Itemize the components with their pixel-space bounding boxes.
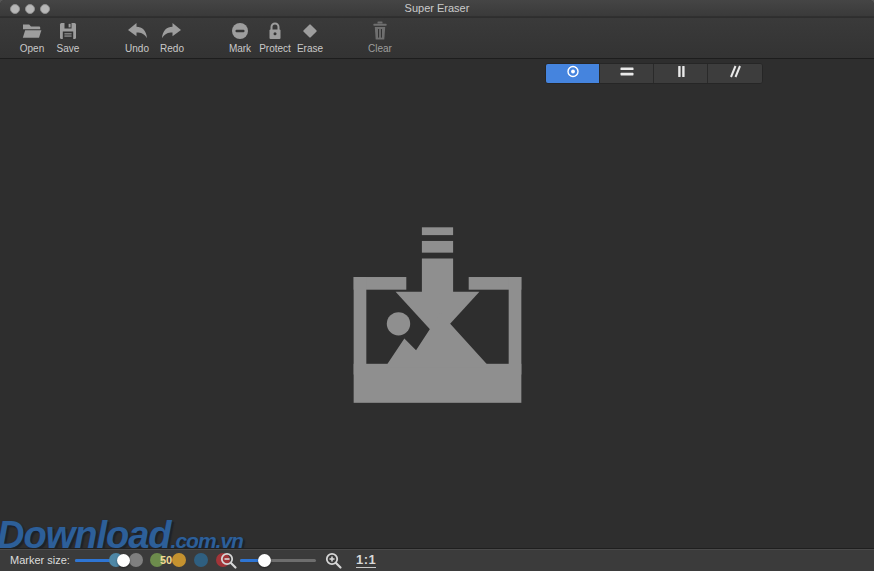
erase-label: Erase: [297, 43, 323, 54]
color-swatch-orange[interactable]: [172, 553, 186, 567]
zoom-out-button[interactable]: [219, 551, 238, 571]
zoom-slider[interactable]: [240, 549, 316, 571]
statusbar: Marker size: 50: [0, 548, 874, 571]
clear-label: Clear: [368, 43, 392, 54]
marker-mode-segmented-control: [545, 63, 763, 84]
segment-diagonal-lines-marker[interactable]: [708, 64, 762, 83]
erase-diamond-icon: [300, 20, 320, 41]
protect-lock-icon: [267, 20, 283, 41]
open-label: Open: [20, 43, 44, 54]
open-folder-icon: [22, 20, 42, 41]
mark-minus-circle-icon: [231, 20, 249, 41]
undo-arrow-icon: [126, 20, 148, 41]
color-swatch-navy[interactable]: [194, 553, 208, 567]
segment-horizontal-lines-marker[interactable]: [600, 64, 654, 83]
diagonal-lines-icon: [723, 64, 747, 83]
marker-size-slider[interactable]: [75, 549, 132, 571]
clear-button[interactable]: Clear: [357, 20, 403, 58]
marker-size-slider-knob[interactable]: [117, 554, 130, 567]
save-label: Save: [57, 43, 80, 54]
marker-size-value: 50: [160, 554, 172, 566]
segment-circle-marker[interactable]: [546, 64, 600, 83]
zoom-slider-track: [240, 559, 316, 562]
app-window: Super Eraser Open: [0, 0, 874, 571]
actual-size-button[interactable]: 1:1: [356, 552, 376, 568]
redo-button[interactable]: Redo: [149, 20, 195, 58]
target-icon: [561, 64, 585, 83]
marker-size-label: Marker size:: [10, 549, 70, 571]
save-button[interactable]: Save: [45, 20, 91, 58]
titlebar: Super Eraser: [0, 0, 874, 17]
vertical-lines-icon: [669, 64, 693, 83]
erase-button[interactable]: Erase: [287, 20, 333, 58]
canvas-area[interactable]: [0, 60, 874, 548]
save-floppy-icon: [59, 20, 77, 41]
segment-vertical-lines-marker[interactable]: [654, 64, 708, 83]
color-swatch-gray[interactable]: [129, 553, 143, 567]
toolbar: Open Save Undo: [0, 18, 874, 59]
redo-label: Redo: [160, 43, 184, 54]
window-title: Super Eraser: [0, 2, 874, 14]
undo-label: Undo: [125, 43, 149, 54]
horizontal-lines-icon: [615, 64, 639, 83]
clear-trash-icon: [372, 20, 388, 41]
zoom-slider-knob[interactable]: [258, 554, 271, 567]
zoom-in-button[interactable]: [324, 551, 343, 571]
drop-image-placeholder-icon[interactable]: [340, 222, 535, 416]
redo-arrow-icon: [161, 20, 183, 41]
mark-label: Mark: [229, 43, 251, 54]
